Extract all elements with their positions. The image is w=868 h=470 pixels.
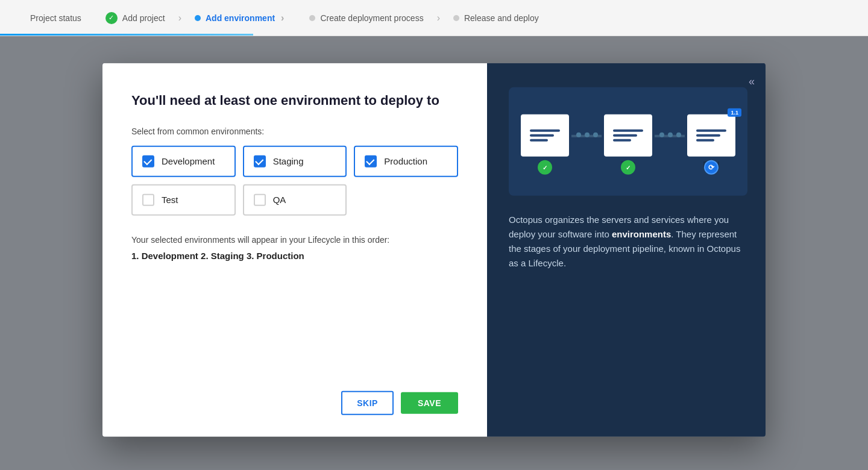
modal-title: You'll need at least one environment to … [131, 92, 458, 110]
create-deployment-icon [309, 15, 315, 21]
nav-create-deployment[interactable]: Create deployment process [297, 13, 435, 23]
nav-project-status[interactable]: Project status [18, 13, 93, 23]
prod-line-3 [696, 139, 714, 142]
checkbox-staging[interactable] [254, 155, 266, 167]
modal-footer: SKIP SAVE [131, 391, 458, 415]
dev-card-lines [530, 130, 560, 142]
env-development[interactable]: Development [131, 145, 236, 177]
dev-line-1 [530, 130, 560, 132]
description-bold: environments [612, 229, 671, 239]
env-development-label: Development [162, 156, 215, 166]
release-deploy-icon [453, 15, 459, 21]
prod-badge: ⟳ [704, 160, 719, 175]
env-production-label: Production [384, 156, 427, 166]
dev-card [521, 114, 569, 157]
version-badge: 1.1 [728, 108, 741, 117]
test-card-lines [613, 130, 643, 142]
add-project-label: Add project [122, 13, 165, 23]
env-qa-label: QA [273, 195, 286, 205]
dev-line-2 [530, 134, 554, 137]
env-staging-label: Staging [273, 156, 304, 166]
collapse-button[interactable]: « [749, 75, 755, 88]
prod-line-2 [696, 134, 720, 137]
diagram-node-test: Test ✓ [604, 114, 652, 169]
env-test[interactable]: Test [131, 184, 236, 215]
modal-left-panel: You'll need at least one environment to … [102, 63, 487, 437]
nav-release-deploy[interactable]: Release and deploy [441, 13, 551, 23]
deployment-diagram: Dev ✓ Test [509, 87, 747, 196]
add-project-icon: ✓ [105, 12, 118, 24]
nav-sep-1: › [178, 13, 181, 24]
modal: You'll need at least one environment to … [102, 63, 766, 437]
section-label: Select from common environments: [131, 126, 458, 136]
diagram-node-prod: 1.1 Prod ⟳ [687, 114, 735, 169]
prod-card: 1.1 [687, 114, 735, 157]
progress-bar [0, 34, 253, 36]
prod-card-lines [696, 130, 726, 142]
diagram-node-dev: Dev ✓ [521, 114, 569, 169]
test-line-3 [613, 139, 631, 142]
checkbox-development[interactable] [142, 155, 154, 167]
env-grid-row1: Development Staging Production [131, 145, 458, 177]
prod-line-1 [696, 130, 726, 132]
test-line-1 [613, 130, 643, 132]
add-environment-label: Add environment [206, 13, 275, 23]
dev-badge: ✓ [538, 160, 552, 175]
checkbox-qa[interactable] [254, 193, 266, 205]
description-text: Octopus organizes the servers and servic… [509, 213, 747, 271]
env-production[interactable]: Production [354, 145, 458, 177]
test-badge: ✓ [621, 160, 635, 175]
test-card [604, 114, 652, 157]
create-deployment-label: Create deployment process [320, 13, 423, 23]
top-nav: Project status ✓ Add project › Add envir… [0, 0, 868, 36]
add-environment-icon [195, 15, 201, 21]
env-test-label: Test [162, 195, 178, 205]
nav-chevron: › [281, 13, 284, 24]
nav-add-environment[interactable]: Add environment › [183, 13, 297, 24]
env-grid-row2: Test QA [131, 184, 458, 215]
project-status-label: Project status [30, 13, 81, 23]
dev-line-3 [530, 139, 548, 142]
lifecycle-order: 1. Development 2. Staging 3. Production [131, 250, 458, 260]
save-button[interactable]: SAVE [401, 392, 458, 414]
modal-right-panel: « Dev ✓ [487, 63, 766, 437]
checkbox-test[interactable] [142, 193, 154, 205]
skip-button[interactable]: SKIP [341, 391, 394, 415]
nav-sep-2: › [437, 13, 440, 24]
nav-add-project[interactable]: ✓ Add project [93, 12, 177, 24]
release-deploy-label: Release and deploy [464, 13, 539, 23]
checkbox-production[interactable] [365, 155, 377, 167]
env-qa[interactable]: QA [243, 184, 347, 215]
test-line-2 [613, 134, 637, 137]
lifecycle-info: Your selected environments will appear i… [131, 234, 458, 244]
env-staging[interactable]: Staging [243, 145, 347, 177]
